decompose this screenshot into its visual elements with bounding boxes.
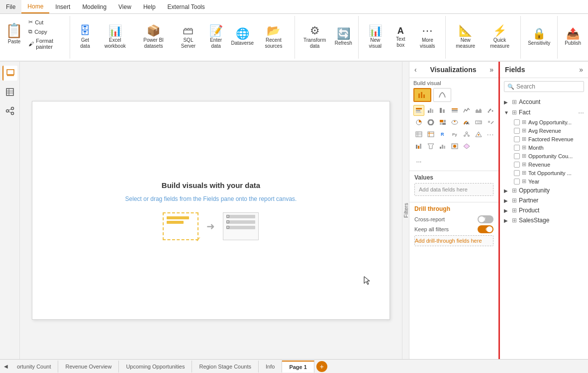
field-group-partner-header[interactable]: ▶ ⊞ Partner (500, 195, 588, 205)
viz-diamond[interactable] (461, 141, 472, 152)
cut-button[interactable]: ✂ Cut (26, 18, 66, 26)
factored-rev-checkbox[interactable] (514, 136, 520, 142)
viz-matrix[interactable] (425, 129, 436, 140)
keep-filters-toggle-wrap[interactable]: On (478, 225, 493, 233)
get-data-button[interactable]: 🗄 Get data (74, 23, 96, 51)
viz-more-dots[interactable]: ··· (485, 129, 496, 140)
new-visual-button[interactable]: 📊 New visual (363, 23, 388, 51)
revenue-checkbox[interactable] (514, 162, 520, 168)
sql-button[interactable]: 🗃 SQL Server (175, 23, 201, 51)
viz-line[interactable] (461, 105, 472, 116)
viz-expand-right[interactable]: » (490, 66, 493, 74)
viz-pie[interactable] (413, 117, 424, 128)
field-item-revenue[interactable]: ⊞ Revenue (500, 160, 588, 169)
viz-stacked-bar[interactable] (413, 105, 424, 116)
tab-revenue-overview[interactable]: Revenue Overview (58, 361, 119, 373)
field-item-year[interactable]: ⊞ Year (500, 177, 588, 186)
add-page-button[interactable]: + (316, 361, 327, 372)
tab-opportunity-count[interactable]: ortunity Count (10, 361, 58, 373)
opp-count-checkbox[interactable] (514, 153, 520, 159)
tab-page1[interactable]: Page 1 (282, 361, 314, 373)
field-group-salesstage-header[interactable]: ▶ ⊞ SalesStage (500, 215, 588, 225)
fact-more-button[interactable]: ··· (578, 108, 584, 116)
dataverse-button[interactable]: 🌐 Dataverse (230, 26, 255, 48)
viz-table[interactable] (413, 129, 424, 140)
menu-insert[interactable]: Insert (49, 0, 76, 13)
avg-rev-checkbox[interactable] (514, 128, 520, 134)
field-item-avg-opp[interactable]: ⊞ Avg Opportunity... (500, 118, 588, 126)
viz-clustered-bar[interactable] (425, 105, 436, 116)
viz-collapse-left[interactable]: ‹ (414, 66, 417, 74)
fields-search-input[interactable] (516, 83, 581, 90)
field-item-opp-count[interactable]: ⊞ Opportunity Cou... (500, 152, 588, 160)
publish-button[interactable]: 📤 Publish (562, 26, 584, 48)
sidebar-model-icon[interactable] (2, 103, 17, 118)
field-item-month[interactable]: ⊞ Month (500, 143, 588, 152)
field-group-account-header[interactable]: ▶ ⊞ Account (500, 97, 588, 107)
more-visuals-button[interactable]: ⋯ More visuals (413, 23, 441, 51)
month-checkbox[interactable] (514, 145, 520, 151)
menu-file[interactable]: File (0, 0, 21, 13)
viz-more-button[interactable]: ··· (413, 156, 424, 167)
viz-100pct-bar[interactable] (449, 105, 460, 116)
tot-opp-checkbox[interactable] (514, 170, 520, 176)
viz-decomp[interactable] (461, 129, 472, 140)
field-group-fact-header[interactable]: ▼ ⊞ Fact ··· (500, 107, 588, 118)
copy-button[interactable]: ⧉ Copy (26, 27, 66, 36)
viz-kpi[interactable]: R (485, 117, 496, 128)
tab-scroll-left[interactable]: ◀ (2, 360, 10, 373)
filters-sidebar[interactable]: Filters (402, 62, 409, 359)
cross-report-toggle-wrap[interactable]: Off (478, 215, 493, 223)
field-item-avg-rev[interactable]: ⊞ Avg Revenue (500, 126, 588, 135)
text-box-button[interactable]: A Text box (390, 24, 411, 50)
sidebar-report-icon[interactable] (2, 66, 17, 81)
quick-measure-button[interactable]: ⚡ Quick measure (483, 23, 516, 51)
transform-data-button[interactable]: ⚙ Transform data (299, 23, 330, 51)
viz-r[interactable]: R (437, 129, 448, 140)
menu-external-tools[interactable]: External Tools (162, 0, 211, 13)
values-dropzone[interactable]: Add data fields here (414, 183, 493, 196)
tab-region-stage-counts[interactable]: Region Stage Counts (192, 361, 259, 373)
viz-custom1[interactable] (449, 141, 460, 152)
paste-button[interactable]: 📋 Paste (4, 18, 24, 51)
refresh-button[interactable]: 🔄 Refresh (332, 26, 354, 48)
viz-funnel[interactable] (425, 141, 436, 152)
field-group-opportunity-header[interactable]: ▶ ⊞ Opportunity (500, 186, 588, 195)
build-tab-format[interactable] (433, 88, 451, 102)
power-bi-datasets-button[interactable]: 📦 Power BI datasets (134, 23, 173, 51)
year-checkbox[interactable] (514, 179, 520, 185)
menu-help[interactable]: Help (137, 0, 162, 13)
viz-treemap[interactable] (437, 117, 448, 128)
viz-stacked-col[interactable] (437, 105, 448, 116)
menu-modeling[interactable]: Modeling (76, 0, 112, 13)
fields-search-box[interactable]: 🔍 (504, 81, 584, 92)
canvas-area[interactable]: Build visuals with your data Select or d… (20, 62, 402, 359)
field-item-tot-opp[interactable]: ⊞ Tot Opportunity ... (500, 169, 588, 177)
fields-expand-button[interactable]: » (579, 66, 583, 74)
sensitivity-button[interactable]: 🔒 Sensitivity (525, 26, 553, 48)
menu-home[interactable]: Home (21, 0, 49, 13)
field-item-factored-rev[interactable]: ⊞ Factored Revenue (500, 135, 588, 143)
avg-opp-checkbox[interactable] (514, 119, 520, 125)
viz-waterfall[interactable] (413, 141, 424, 152)
viz-scatter[interactable] (485, 105, 496, 116)
viz-map[interactable] (449, 117, 460, 128)
tab-info[interactable]: Info (259, 361, 282, 373)
new-measure-button[interactable]: 📐 New measure (450, 23, 481, 51)
excel-button[interactable]: 📊 Excel workbook (98, 23, 132, 51)
viz-donut[interactable] (425, 117, 436, 128)
viz-bar-chart2[interactable] (437, 141, 448, 152)
viz-python[interactable]: Py (449, 129, 460, 140)
format-painter-button[interactable]: 🖌 Format painter (26, 37, 66, 51)
menu-view[interactable]: View (112, 0, 137, 13)
viz-card[interactable]: 123 (473, 117, 484, 128)
field-group-product-header[interactable]: ▶ ⊞ Product (500, 205, 588, 215)
recent-sources-button[interactable]: 📂 Recent sources (257, 23, 291, 51)
tab-upcoming-opportunities[interactable]: Upcoming Opportunities (119, 361, 192, 373)
sidebar-table-icon[interactable] (2, 85, 17, 99)
canvas-page[interactable]: Build visuals with your data Select or d… (32, 101, 390, 320)
add-drillthrough-field[interactable]: Add drill-through fields here (414, 235, 493, 246)
viz-gauge[interactable] (461, 117, 472, 128)
build-tab-chart[interactable] (413, 88, 431, 102)
viz-ai[interactable] (473, 129, 484, 140)
